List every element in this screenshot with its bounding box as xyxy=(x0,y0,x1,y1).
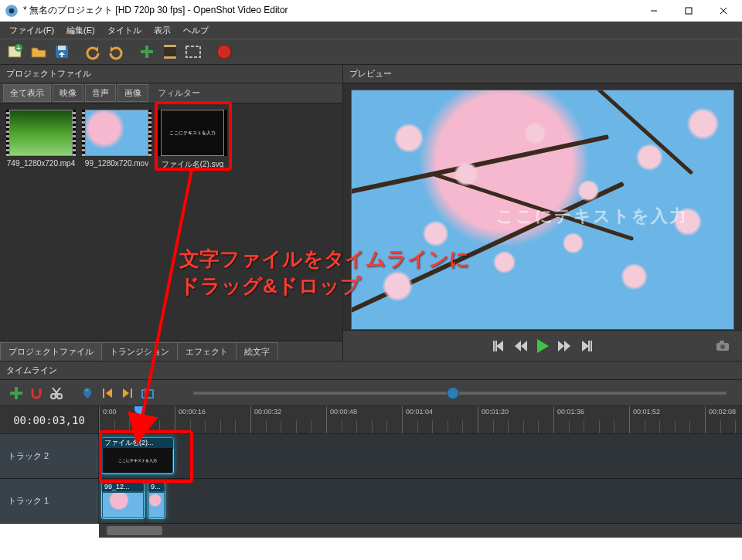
filter-video[interactable]: 映像 xyxy=(53,84,83,102)
profiles-button[interactable] xyxy=(159,41,181,63)
add-marker-button[interactable]: + xyxy=(79,385,96,402)
fullscreen-button[interactable] xyxy=(182,41,204,63)
file-item[interactable]: ここにテキストを入力 ファイル名(2).svg xyxy=(158,110,227,170)
svg-rect-16 xyxy=(186,46,200,57)
time-ruler[interactable]: 0:0000:00:1600:00:3200:00:4800:01:0400:0… xyxy=(99,406,742,433)
svg-rect-20 xyxy=(495,341,497,351)
center-playhead-button[interactable] xyxy=(139,385,156,402)
tab-emoji[interactable]: 絵文字 xyxy=(236,342,278,361)
menubar: ファイル(F) 編集(E) タイトル 表示 ヘルプ xyxy=(0,22,742,39)
add-track-button[interactable] xyxy=(8,385,25,402)
svg-text:+: + xyxy=(16,44,21,53)
menu-file[interactable]: ファイル(F) xyxy=(3,23,60,38)
svg-rect-14 xyxy=(164,45,176,47)
svg-rect-27 xyxy=(10,392,22,395)
rewind-button[interactable] xyxy=(512,338,529,355)
svg-rect-33 xyxy=(142,390,153,398)
maximize-button[interactable] xyxy=(671,0,706,22)
zoom-slider[interactable] xyxy=(193,392,727,395)
preview-header: プレビュー xyxy=(343,65,742,83)
filter-image[interactable]: 画像 xyxy=(117,84,148,102)
undo-button[interactable] xyxy=(82,41,104,63)
filter-label: フィルター xyxy=(150,87,200,99)
svg-rect-15 xyxy=(164,56,176,59)
timeline-toolbar: + xyxy=(0,380,742,406)
svg-rect-31 xyxy=(103,389,104,398)
timeline-clip[interactable]: 99_12... xyxy=(100,481,145,520)
track-body[interactable]: ファイル名(2)...ここにテキストを入力 xyxy=(99,434,742,478)
track-label[interactable]: トラック 2 xyxy=(0,434,99,478)
file-name: ファイル名(2).svg xyxy=(158,159,227,170)
video-preview[interactable]: ここにテキストを入力 xyxy=(351,90,734,330)
file-item[interactable]: 749_1280x720.mp4 xyxy=(6,110,76,170)
preview-panel: プレビュー ここにテキストを入力 xyxy=(343,65,742,361)
file-name: 99_1280x720.mov xyxy=(82,159,151,168)
app-icon xyxy=(5,4,19,18)
svg-rect-19 xyxy=(493,341,495,351)
menu-help[interactable]: ヘルプ xyxy=(177,23,215,38)
jump-start-button[interactable] xyxy=(491,338,508,355)
snap-button[interactable] xyxy=(28,385,45,402)
import-files-button[interactable] xyxy=(136,41,158,63)
timeline-header: タイムライン xyxy=(0,361,742,380)
redo-button[interactable] xyxy=(105,41,127,63)
bottom-tabs: プロジェクトファイル トランジション エフェクト 絵文字 xyxy=(0,341,342,361)
menu-title[interactable]: タイトル xyxy=(101,23,148,38)
export-video-button[interactable] xyxy=(213,41,235,63)
preview-title-overlay: ここにテキストを入力 xyxy=(496,205,688,228)
file-item[interactable]: 99_1280x720.mov xyxy=(82,110,151,170)
save-project-button[interactable] xyxy=(51,41,73,63)
window-title: * 無名のプロジェクト [HD 720p 30 fps] - OpenShot … xyxy=(23,4,636,17)
svg-point-25 xyxy=(720,344,725,349)
snapshot-button[interactable] xyxy=(714,338,731,355)
file-grid[interactable]: 749_1280x720.mp4 99_1280x720.mov ここにテキスト… xyxy=(0,104,342,341)
svg-text:+: + xyxy=(85,387,89,394)
svg-rect-32 xyxy=(131,389,132,398)
svg-rect-12 xyxy=(141,50,153,53)
window-titlebar: * 無名のプロジェクト [HD 720p 30 fps] - OpenShot … xyxy=(0,0,742,22)
track-body[interactable]: 99_12...9... xyxy=(99,479,742,523)
open-project-button[interactable] xyxy=(28,41,49,63)
tab-transitions[interactable]: トランジション xyxy=(101,342,178,361)
main-toolbar: + xyxy=(0,39,742,65)
play-button[interactable] xyxy=(534,338,551,355)
svg-rect-22 xyxy=(588,341,590,351)
file-name: 749_1280x720.mp4 xyxy=(6,159,76,168)
next-marker-button[interactable] xyxy=(119,385,136,402)
filter-all[interactable]: 全て表示 xyxy=(3,84,51,102)
close-button[interactable] xyxy=(706,0,740,22)
minimize-button[interactable] xyxy=(636,0,671,22)
fast-forward-button[interactable] xyxy=(556,338,573,355)
tab-project-files[interactable]: プロジェクトファイル xyxy=(0,342,102,361)
svg-rect-10 xyxy=(58,46,66,50)
filter-tabs: 全て表示 映像 音声 画像 フィルター xyxy=(0,83,342,104)
prev-marker-button[interactable] xyxy=(99,385,116,402)
project-files-panel: プロジェクトファイル 全て表示 映像 音声 画像 フィルター 749_1280x… xyxy=(0,65,343,361)
timeline-clip[interactable]: 9... xyxy=(147,481,166,520)
svg-rect-3 xyxy=(686,8,692,14)
svg-rect-21 xyxy=(591,341,592,351)
new-project-button[interactable]: + xyxy=(5,41,26,63)
track-row: トラック 2ファイル名(2)...ここにテキストを入力 xyxy=(0,434,742,479)
timeline-hscrollbar[interactable] xyxy=(99,524,742,538)
svg-point-1 xyxy=(9,8,15,13)
menu-view[interactable]: 表示 xyxy=(148,23,177,38)
track-row: トラック 199_12...9... xyxy=(0,479,742,524)
transport-controls xyxy=(343,330,742,361)
timeline-tracks: トラック 2ファイル名(2)...ここにテキストを入力トラック 199_12..… xyxy=(0,434,742,524)
tab-effects[interactable]: エフェクト xyxy=(177,342,237,361)
project-files-header: プロジェクトファイル xyxy=(0,65,342,83)
playhead[interactable] xyxy=(139,406,141,433)
razor-button[interactable] xyxy=(48,385,65,402)
time-display: 00:00:03,10 xyxy=(0,406,99,433)
track-label[interactable]: トラック 1 xyxy=(0,479,99,523)
timeline-clip[interactable]: ファイル名(2)...ここにテキストを入力 xyxy=(100,436,175,475)
svg-rect-24 xyxy=(720,341,724,344)
jump-end-button[interactable] xyxy=(577,338,594,355)
filter-audio[interactable]: 音声 xyxy=(85,84,116,102)
menu-edit[interactable]: 編集(E) xyxy=(60,23,101,38)
